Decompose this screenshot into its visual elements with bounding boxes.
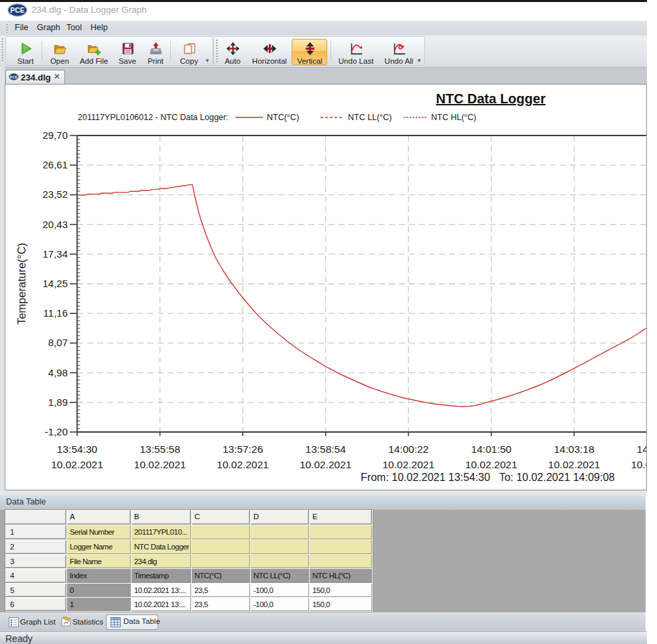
svg-text:13:55:58: 13:55:58: [139, 443, 180, 455]
svg-text:10.02.2021: 10.02.2021: [548, 459, 601, 470]
svg-text:Temperature(°C): Temperature(°C): [15, 243, 27, 325]
svg-text:13:54:30: 13:54:30: [57, 443, 98, 455]
svg-text:14:01:50: 14:01:50: [471, 443, 512, 455]
svg-text:From: 10.02.2021 13:54:30 To: From: 10.02.2021 13:54:30 To: 10.02.2021…: [361, 472, 615, 483]
svg-text:11,16: 11,16: [44, 307, 68, 319]
svg-text:10.02.2021: 10.02.2021: [631, 459, 646, 470]
svg-text:14:04:46: 14:04:46: [637, 443, 646, 455]
svg-text:NTC HL(°C): NTC HL(°C): [431, 113, 477, 122]
svg-text:13:57:26: 13:57:26: [223, 443, 263, 455]
svg-text:4,98: 4,98: [48, 367, 68, 378]
svg-text:10.02.2021: 10.02.2021: [217, 459, 269, 470]
svg-text:PCE: PCE: [10, 6, 25, 14]
svg-text:10.02.2021: 10.02.2021: [383, 459, 435, 470]
svg-text:14,25: 14,25: [42, 278, 68, 289]
svg-text:14:03:18: 14:03:18: [554, 443, 594, 455]
svg-text:26,61: 26,61: [42, 159, 68, 170]
svg-text:10.02.2021: 10.02.2021: [465, 459, 518, 470]
svg-text:-1,20: -1,20: [45, 426, 68, 437]
svg-text:NTC Data Logger: NTC Data Logger: [436, 91, 546, 106]
svg-text:10.02.2021: 10.02.2021: [51, 459, 103, 470]
svg-text:20,43: 20,43: [42, 219, 68, 230]
svg-text:23,52: 23,52: [42, 189, 68, 200]
svg-text:PCE: PCE: [10, 75, 18, 79]
svg-text:14:00:22: 14:00:22: [388, 443, 428, 455]
svg-text:201117YPL0106012 - NTC Data Lo: 201117YPL0106012 - NTC Data Logger:: [78, 113, 229, 122]
svg-text:29,70: 29,70: [42, 129, 68, 141]
svg-text:13:58:54: 13:58:54: [306, 443, 347, 455]
svg-text:10.02.2021: 10.02.2021: [300, 459, 352, 470]
svg-text:NTC(°C): NTC(°C): [267, 113, 299, 122]
svg-text:8,07: 8,07: [48, 337, 68, 348]
svg-text:1,89: 1,89: [48, 396, 68, 408]
svg-text:17,34: 17,34: [42, 248, 68, 260]
svg-text:10.02.2021: 10.02.2021: [134, 459, 186, 470]
svg-text:NTC LL(°C): NTC LL(°C): [348, 113, 392, 122]
